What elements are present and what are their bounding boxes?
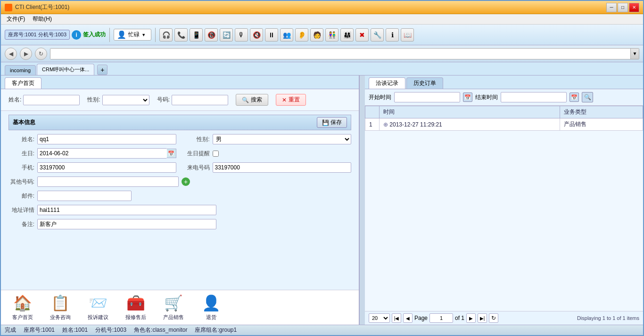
form-callerid-input[interactable] xyxy=(213,162,352,173)
page-number-input[interactable] xyxy=(429,313,453,323)
per-page-select[interactable]: 20 50 100 xyxy=(369,313,390,323)
status-group: 座席组名:group1 xyxy=(195,326,237,334)
right-tab-orders[interactable]: 历史订单 xyxy=(406,77,443,89)
expand-icon[interactable]: ⊕ xyxy=(383,121,388,128)
form-callerid-label: 来电号码 xyxy=(184,164,210,172)
right-search-button[interactable]: 🔍 xyxy=(582,92,593,102)
window-controls: ─ □ ✕ xyxy=(606,3,639,12)
monitor-button[interactable]: 👂 xyxy=(295,28,308,42)
last-page-button[interactable]: ▶| xyxy=(478,313,487,323)
col-header-time: 时间 xyxy=(380,106,560,118)
form-gender-label: 性别: xyxy=(184,135,210,143)
back-button[interactable]: ◀ xyxy=(5,48,17,60)
right-tab-bar: 洽谈记录 历史订单 xyxy=(365,76,643,89)
maximize-button[interactable]: □ xyxy=(618,3,628,12)
gender-select[interactable]: 男 女 xyxy=(102,95,149,105)
scroll-divider[interactable] xyxy=(359,76,365,325)
right-panel: 洽谈记录 历史订单 开始时间 📅 结束时间 📅 🔍 xyxy=(365,76,643,325)
icon-item-sales[interactable]: 🛒 产品销售 xyxy=(159,294,188,321)
start-time-label: 开始时间 xyxy=(369,93,391,101)
app-icon xyxy=(5,4,12,11)
status-ready: 完成 xyxy=(5,326,16,334)
add-tab-button[interactable]: + xyxy=(97,65,107,75)
customer-home-label: 客户首页 xyxy=(12,314,33,321)
icon-item-customer[interactable]: 🏠 客户首页 xyxy=(8,294,37,321)
end-cal-icon[interactable]: 📅 xyxy=(570,92,579,102)
start-cal-icon[interactable]: 📅 xyxy=(463,92,472,102)
menu-file[interactable]: 文件(F) xyxy=(3,14,29,24)
start-time-input[interactable] xyxy=(394,92,460,102)
record-button[interactable]: 🎙 xyxy=(235,28,248,42)
call-out-button[interactable]: 📞 xyxy=(174,28,188,42)
col-header-type: 业务类型 xyxy=(560,106,643,118)
tab-crm[interactable]: CRM呼叫中心一体... xyxy=(37,64,94,75)
remark-row: 备注: xyxy=(8,219,351,229)
forward-button[interactable]: ▶ xyxy=(20,48,32,60)
icon-item-return[interactable]: 👤 退货 xyxy=(197,294,225,321)
name-input[interactable] xyxy=(23,95,80,105)
sales-icon: 🛒 xyxy=(164,294,183,312)
complaint-icon: 📨 xyxy=(89,294,107,312)
end-time-input[interactable] xyxy=(501,92,567,102)
number-label: 号码: xyxy=(157,96,170,104)
group-button[interactable]: 👫 xyxy=(325,28,339,42)
conference-button[interactable]: 👥 xyxy=(280,28,293,42)
form-phone-input[interactable] xyxy=(37,162,176,173)
birthday-row: 生日: 📅 xyxy=(8,148,176,159)
status-dropdown[interactable]: 👤 忙碌 ▼ xyxy=(114,29,151,41)
next-page-button[interactable]: ▶ xyxy=(466,313,476,323)
add-number-button[interactable]: + xyxy=(182,177,190,186)
form-remark-input[interactable] xyxy=(37,219,216,229)
save-btn-label: 保存 xyxy=(330,118,342,126)
icon-item-repair[interactable]: 🧰 报修售后 xyxy=(122,294,150,321)
hangup-button[interactable]: 📵 xyxy=(205,28,218,42)
headset-button[interactable]: 🎧 xyxy=(159,28,173,42)
form-name-label: 姓名: xyxy=(8,135,34,143)
address-dropdown-button[interactable]: ▼ xyxy=(630,49,639,59)
form-birthday-input[interactable] xyxy=(37,148,167,159)
answer-button[interactable]: 📱 xyxy=(190,28,203,42)
section-title: 基本信息 xyxy=(13,118,35,126)
pagination-refresh-button[interactable]: ↻ xyxy=(489,313,498,323)
name-label: 姓名: xyxy=(8,96,21,104)
icon-item-consult[interactable]: 📋 业务咨询 xyxy=(46,294,74,321)
first-page-button[interactable]: |◀ xyxy=(392,313,401,323)
birthday-remind-checkbox[interactable] xyxy=(213,151,219,157)
form-address-label: 地址详情 xyxy=(8,206,34,214)
reset-button[interactable]: ✕ 重置 xyxy=(276,94,306,106)
form-other-num-input[interactable] xyxy=(37,176,179,187)
icon-item-complaint[interactable]: 📨 投诉建议 xyxy=(84,294,112,321)
calendar-icon[interactable]: 📅 xyxy=(167,149,176,158)
form-email-input[interactable] xyxy=(37,191,132,201)
table-row[interactable]: 1 ⊕ 2013-12-27 11:29:21 产品销售 xyxy=(365,118,643,131)
form-name-input[interactable] xyxy=(37,134,176,144)
table-header: 时间 业务类型 xyxy=(365,106,643,118)
address-input[interactable] xyxy=(50,49,630,59)
menu-help[interactable]: 帮助(H) xyxy=(29,14,56,24)
prev-page-button[interactable]: ◀ xyxy=(403,313,413,323)
form-address-input[interactable] xyxy=(37,205,216,215)
agent-button[interactable]: 🧑 xyxy=(310,28,323,42)
save-button[interactable]: 💾 保存 xyxy=(317,117,347,128)
info-section: 基本信息 💾 保存 姓名: 性别: xyxy=(1,111,359,290)
settings-button[interactable]: 🔧 xyxy=(371,28,384,42)
close-button[interactable]: ✕ xyxy=(629,3,639,12)
mute-button[interactable]: 🔇 xyxy=(250,28,263,42)
transfer-button[interactable]: 🔄 xyxy=(220,28,233,42)
info-button2[interactable]: ℹ xyxy=(386,28,399,42)
remove-button[interactable]: ✖ xyxy=(355,28,369,42)
refresh-nav-button[interactable]: ↻ xyxy=(35,48,47,60)
info-icon[interactable]: i xyxy=(72,30,81,40)
multigroup-button[interactable]: 👨‍👩‍👧 xyxy=(340,28,354,42)
search-button[interactable]: 🔍 搜索 xyxy=(236,94,268,106)
minimize-button[interactable]: ─ xyxy=(606,3,617,12)
phone-book-button[interactable]: 📖 xyxy=(401,28,414,42)
number-input[interactable] xyxy=(172,95,228,105)
hold-button[interactable]: ⏸ xyxy=(265,28,278,42)
right-tab-chat[interactable]: 洽谈记录 xyxy=(369,77,405,89)
inner-tab-customer[interactable]: 客户首页 xyxy=(5,77,41,89)
form-gender-select[interactable]: 男 女 xyxy=(213,134,352,144)
right-pagination: 20 50 100 |◀ ◀ Page of 1 ▶ ▶| ↻ Displayi… xyxy=(365,311,643,325)
tab-incoming[interactable]: incoming xyxy=(5,65,36,75)
status-person-icon: 👤 xyxy=(117,30,126,39)
